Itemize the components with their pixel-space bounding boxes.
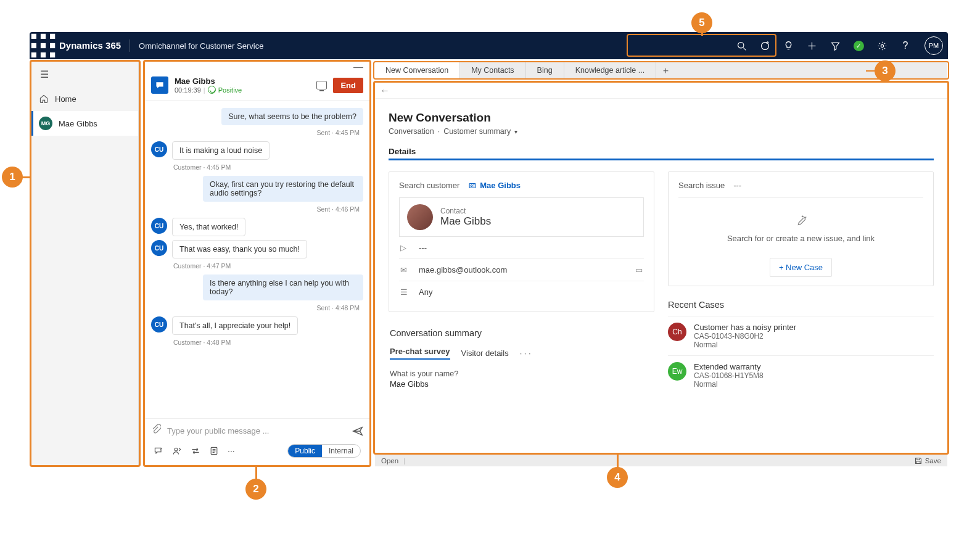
search-customer-label: Search customer: [399, 181, 459, 190]
add-icon[interactable]: [801, 35, 822, 56]
msg-agent: Okay, first can you try restoring the de…: [203, 176, 363, 202]
cs-tab-more-icon[interactable]: · · ·: [520, 349, 531, 358]
recent-case-row[interactable]: Ew Extended warranty CAS-01068-H1Y5M8 No…: [668, 355, 934, 395]
tag-icon: ▷: [400, 243, 410, 252]
search-issue-label: Search issue: [678, 181, 725, 190]
conversation-panel: — Mae Gibbs 00:19:39 | Positive End Sure…: [145, 62, 369, 465]
contact-avatar: [407, 204, 433, 230]
help-icon[interactable]: ?: [895, 35, 916, 56]
presence-indicator[interactable]: ✓: [848, 35, 869, 56]
conversation-body[interactable]: Sure, what seems to be the problem? Sent…: [145, 101, 369, 418]
task-icon[interactable]: [754, 35, 775, 56]
sidebar-home[interactable]: Home: [31, 86, 138, 111]
svg-rect-1: [41, 34, 46, 39]
lightbulb-icon[interactable]: [778, 35, 799, 56]
linked-customer[interactable]: Mae Gibbs: [468, 181, 521, 190]
prechat-answer: Mae Gibbs: [390, 379, 653, 389]
form-breadcrumb[interactable]: Conversation· Customer summary ▾: [389, 127, 934, 136]
svg-point-11: [761, 42, 768, 49]
pill-internal[interactable]: Internal: [322, 445, 360, 457]
minimize-icon[interactable]: —: [145, 62, 369, 73]
save-button[interactable]: Save: [915, 457, 941, 464]
app-name-label: Omnichannel for Customer Service: [130, 41, 263, 51]
msg-meta: Sent · 4:46 PM: [151, 205, 360, 213]
msg-meta: Customer · 4:45 PM: [173, 163, 363, 171]
msg-meta: Sent · 4:48 PM: [151, 304, 360, 312]
tab-add-icon[interactable]: ＋: [656, 62, 675, 78]
tab-bing[interactable]: Bing: [526, 62, 564, 78]
attach-icon[interactable]: [151, 424, 161, 438]
svg-rect-0: [31, 34, 36, 39]
search-icon[interactable]: [731, 35, 752, 56]
contact-phone-row[interactable]: ▷ ---: [399, 237, 644, 259]
annotation-callout-3: 3: [875, 60, 896, 81]
conv-customer-name: Mae Gibbs: [175, 76, 242, 86]
msg-agent: Is there anything else I can help you wi…: [203, 274, 363, 300]
status-open[interactable]: Open: [381, 457, 398, 464]
session-name-label: Mae Gibbs: [59, 119, 97, 128]
global-navbar: Dynamics 365 Omnichannel for Customer Se…: [30, 32, 948, 59]
svg-rect-6: [31, 52, 36, 57]
svg-point-14: [881, 44, 883, 47]
tab-my-contacts[interactable]: My Contacts: [460, 62, 525, 78]
cs-tab-prechat[interactable]: Pre-chat survey: [390, 347, 450, 360]
conversation-summary-card: Conversation summary Pre-chat survey Vis…: [389, 326, 654, 391]
new-case-button[interactable]: + New Case: [770, 258, 832, 277]
wrench-icon: [794, 214, 808, 228]
session-initials-badge: MG: [39, 117, 52, 130]
contact-email-row[interactable]: ✉ mae.gibbs@outlook.com ▭: [399, 259, 644, 281]
consult-icon[interactable]: [172, 446, 182, 456]
prechat-question: What is your name?: [390, 369, 653, 378]
back-arrow-icon[interactable]: ←: [375, 83, 947, 99]
issue-value[interactable]: ---: [733, 181, 741, 190]
svg-rect-2: [50, 34, 55, 39]
annotation-callout-1: 1: [2, 167, 23, 188]
recent-cases-title: Recent Cases: [668, 300, 934, 310]
hamburger-icon[interactable]: ☰: [31, 62, 138, 86]
user-avatar[interactable]: PM: [924, 36, 943, 55]
save-icon: [915, 457, 922, 464]
visibility-pill: Public Internal: [287, 444, 361, 458]
case-badge: Ew: [668, 362, 686, 381]
issue-help-text: Search for or create a new issue, and li…: [678, 234, 923, 243]
recent-case-row[interactable]: Ch Customer has a noisy printer CAS-0104…: [668, 316, 934, 355]
msg-customer: It is making a loud noise: [172, 141, 270, 160]
filter-icon[interactable]: [825, 35, 846, 56]
contact-label: Contact: [440, 207, 491, 215]
msg-customer: That was easy, thank you so much!: [172, 240, 307, 258]
contact-summary[interactable]: Contact Mae Gibbs: [399, 197, 644, 237]
tab-knowledge-article[interactable]: Knowledge article ...: [564, 62, 657, 78]
nav-icon-group: ✓ ? PM: [731, 35, 948, 56]
pill-public[interactable]: Public: [288, 445, 322, 457]
more-icon[interactable]: ···: [228, 446, 235, 456]
svg-rect-5: [50, 43, 55, 48]
send-icon[interactable]: [352, 426, 363, 437]
msg-meta: Customer · 4:47 PM: [173, 262, 363, 270]
settings-icon[interactable]: [871, 35, 892, 56]
conv-timer: 00:19:39: [175, 86, 201, 94]
app-launcher-icon[interactable]: [30, 32, 57, 59]
customer-badge: CU: [151, 218, 167, 234]
svg-line-10: [743, 47, 746, 50]
svg-rect-3: [31, 43, 36, 48]
sentiment-label: Positive: [218, 86, 242, 94]
notes-icon[interactable]: [209, 446, 219, 456]
svg-rect-4: [41, 43, 46, 48]
quick-reply-icon[interactable]: [154, 446, 163, 456]
conversation-header: Mae Gibbs 00:19:39 | Positive End: [145, 73, 369, 101]
compose-input[interactable]: [167, 426, 346, 435]
contact-pref-row[interactable]: ☰ Any: [399, 281, 644, 303]
cs-tab-visitor[interactable]: Visitor details: [461, 349, 509, 358]
form-tab-details[interactable]: Details: [389, 147, 934, 160]
transfer-icon[interactable]: [191, 446, 200, 456]
brand-label[interactable]: Dynamics 365: [57, 39, 130, 52]
sidebar-session-mae[interactable]: MG Mae Gibbs: [31, 111, 138, 136]
annotation-callout-2: 2: [245, 479, 266, 500]
card-icon[interactable]: ▭: [635, 265, 643, 274]
tab-new-conversation[interactable]: New Conversation: [374, 62, 460, 78]
monitor-icon[interactable]: [316, 81, 327, 89]
annotation-callout-4: 4: [607, 467, 628, 488]
annotation-connector: [617, 455, 619, 468]
end-button[interactable]: End: [333, 78, 363, 93]
contact-name: Mae Gibbs: [440, 215, 491, 228]
